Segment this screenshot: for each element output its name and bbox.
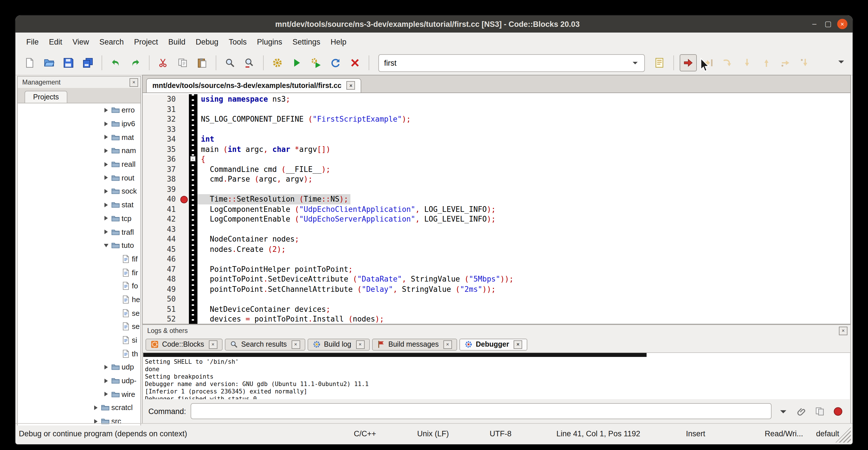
breakpoint-marker[interactable] [180,196,188,203]
rebuild-icon[interactable] [328,55,344,71]
logs-tab-build-log[interactable]: Build log× [307,338,370,350]
tree-item-mat[interactable]: mat [18,130,141,144]
tree-item-wire[interactable]: wire [18,387,141,401]
logs-tab-build-messages[interactable]: Build messages× [372,338,457,350]
breakpoint-gutter[interactable] [179,154,189,164]
minimize-button[interactable]: – [807,16,821,33]
save-icon[interactable] [61,55,76,71]
debug-continue-icon[interactable] [680,54,697,71]
tree-item-th[interactable]: th [18,347,141,360]
code-editor[interactable]: 30using namespace ns3;3132NS_LOG_COMPONE… [142,92,851,324]
breakpoint-gutter[interactable] [179,224,189,234]
replace-icon[interactable] [241,55,257,71]
run-to-cursor-icon[interactable] [700,55,716,71]
command-dropdown-chevron-icon[interactable] [776,404,790,418]
breakpoint-gutter[interactable] [179,294,189,304]
tree-item-fir[interactable]: fir [18,266,141,279]
scripts-icon[interactable] [652,55,668,71]
tree-item-udp[interactable]: udp- [18,374,141,387]
link-icon[interactable] [795,404,808,418]
breakpoint-gutter[interactable] [179,94,189,104]
breakpoint-gutter[interactable] [179,124,189,134]
fold-marker[interactable]: - [190,156,196,161]
toolbar-overflow-chevron-icon[interactable] [837,57,848,68]
breakpoint-gutter[interactable] [179,244,189,254]
logs-tab-code-blocks[interactable]: Code::Blocks× [146,338,222,350]
logs-tab-close-icon[interactable]: × [209,340,217,349]
stop-debugger-icon[interactable] [831,404,845,418]
open-icon[interactable] [41,55,57,71]
next-line-icon[interactable] [720,55,736,71]
chevron-right-icon[interactable] [102,392,110,397]
tree-item-reall[interactable]: reall [18,158,141,171]
tree-item-trafl[interactable]: trafl [18,225,141,238]
chevron-right-icon[interactable] [102,121,110,126]
breakpoint-gutter[interactable] [179,104,189,114]
tree-item-fif[interactable]: fif [18,252,141,266]
logs-tab-search-results[interactable]: Search results× [224,338,305,350]
command-input[interactable] [191,403,772,419]
logs-tab-debugger[interactable]: Debugger× [459,338,528,350]
chevron-right-icon[interactable] [102,216,110,221]
menu-project[interactable]: Project [129,34,163,49]
tree-item-se[interactable]: se [18,306,141,320]
breakpoint-gutter[interactable] [179,254,189,264]
step-into-instruction-icon[interactable] [797,55,813,71]
build-icon[interactable] [269,55,285,71]
menu-help[interactable]: Help [326,34,352,49]
title-bar[interactable]: mnt/dev/tools/source/ns-3-dev/examples/t… [16,16,852,33]
tree-item-erro[interactable]: erro [18,103,141,117]
tree-item-si[interactable]: si [18,333,141,347]
breakpoint-gutter[interactable] [179,264,189,274]
tree-item-se[interactable]: se [18,320,141,333]
menu-edit[interactable]: Edit [44,34,68,49]
build-target-select[interactable]: first [378,54,645,72]
breakpoint-gutter[interactable] [179,234,189,244]
tree-item-sock[interactable]: sock [18,184,141,198]
chevron-right-icon[interactable] [92,406,100,410]
logs-tab-close-icon[interactable]: × [356,340,364,349]
editor-tab-first-cc[interactable]: mnt/dev/tools/source/ns-3-dev/examples/t… [146,78,362,92]
cut-icon[interactable] [155,55,171,71]
tree-item-nam[interactable]: nam [18,144,141,157]
breakpoint-gutter[interactable] [179,284,189,294]
menu-view[interactable]: View [67,34,94,49]
chevron-down-icon[interactable] [102,244,110,247]
copy-icon[interactable] [813,404,826,418]
abort-icon[interactable] [347,55,363,71]
chevron-right-icon[interactable] [102,230,110,234]
step-into-icon[interactable] [739,55,755,71]
save-all-icon[interactable] [80,55,96,71]
editor-tab-close-icon[interactable]: × [347,81,355,90]
menu-search[interactable]: Search [94,34,129,49]
chevron-right-icon[interactable] [102,108,110,113]
breakpoint-gutter[interactable] [179,304,189,314]
run-icon[interactable] [289,55,305,71]
breakpoint-gutter[interactable] [179,114,189,124]
step-out-icon[interactable] [758,55,774,71]
paste-icon[interactable] [194,55,210,71]
menu-build[interactable]: Build [163,34,191,49]
breakpoint-gutter[interactable] [179,134,189,144]
breakpoint-gutter[interactable] [179,144,189,154]
logs-tab-close-icon[interactable]: × [514,340,522,349]
menu-plugins[interactable]: Plugins [252,34,287,49]
tree-item-stat[interactable]: stat [18,198,141,212]
breakpoint-gutter[interactable] [179,194,189,204]
logs-close-icon[interactable]: × [839,326,847,335]
tab-projects[interactable]: Projects [25,91,67,103]
find-icon[interactable] [222,55,238,71]
menu-settings[interactable]: Settings [287,34,326,49]
tree-item-tcp[interactable]: tcp [18,212,141,225]
breakpoint-gutter[interactable] [179,184,189,194]
chevron-right-icon[interactable] [102,176,110,180]
tree-item-ipv6[interactable]: ipv6 [18,117,141,130]
chevron-right-icon[interactable] [102,365,110,369]
new-file-icon[interactable] [22,55,38,71]
menu-tools[interactable]: Tools [223,34,252,49]
tree-item-fo[interactable]: fo [18,279,141,293]
chevron-down-icon[interactable] [631,59,639,67]
chevron-right-icon[interactable] [102,135,110,139]
tree-item-he[interactable]: he [18,293,141,306]
tree-item-rout[interactable]: rout [18,171,141,184]
